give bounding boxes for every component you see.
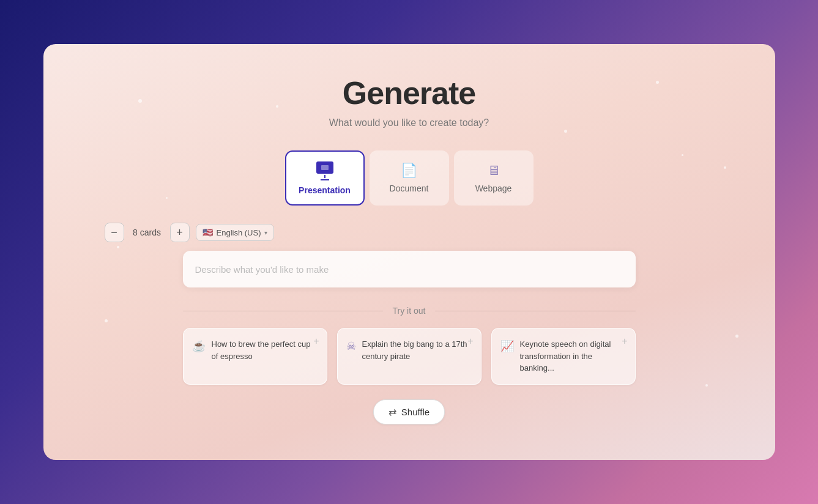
main-card: Generate What would you like to create t… bbox=[43, 44, 775, 460]
decor-dot bbox=[724, 166, 726, 169]
suggestion-text-0: How to brew the perfect cup of espresso bbox=[212, 338, 318, 362]
language-selector[interactable]: 🇺🇸 English (US) ▾ bbox=[196, 224, 275, 241]
divider-left bbox=[183, 311, 383, 311]
try-divider: Try it out bbox=[183, 306, 636, 316]
shuffle-button[interactable]: ⇄ Shuffle bbox=[373, 399, 445, 424]
suggestion-add-0[interactable]: + bbox=[313, 336, 319, 347]
suggestion-text-1: Explain the big bang to a 17th century p… bbox=[362, 338, 472, 362]
presentation-base bbox=[321, 179, 329, 180]
decor-dot bbox=[656, 81, 659, 84]
suggestion-add-2[interactable]: + bbox=[622, 336, 627, 347]
suggestions-row: ☕ How to brew the perfect cup of espress… bbox=[183, 328, 636, 385]
tab-document-label: Document bbox=[390, 183, 429, 193]
presentation-icon bbox=[316, 161, 333, 174]
controls-row: − 8 cards + 🇺🇸 English (US) ▾ bbox=[105, 223, 275, 242]
suggestion-text-2: Keynote speech on digital transformation… bbox=[520, 338, 627, 374]
tab-document[interactable]: 📄 Document bbox=[370, 150, 449, 206]
suggestion-add-1[interactable]: + bbox=[467, 336, 473, 347]
suggestion-icon-0: ☕ bbox=[192, 339, 206, 353]
suggestion-icon-2: 📈 bbox=[500, 339, 514, 353]
tab-webpage-label: Webpage bbox=[475, 183, 512, 193]
decor-dot bbox=[564, 130, 567, 133]
increment-button[interactable]: + bbox=[170, 223, 190, 242]
lang-flag: 🇺🇸 bbox=[203, 228, 213, 237]
chevron-down-icon: ▾ bbox=[264, 229, 267, 236]
suggestion-icon-1: ☠ bbox=[346, 339, 356, 353]
page-subtitle: What would you like to create today? bbox=[329, 117, 489, 128]
suggestion-card-1[interactable]: ☠ Explain the big bang to a 17th century… bbox=[337, 328, 482, 385]
describe-input[interactable] bbox=[183, 251, 636, 287]
decor-dot bbox=[166, 197, 168, 199]
decor-dot bbox=[138, 99, 142, 103]
presentation-stand bbox=[324, 175, 325, 178]
cards-count: 8 cards bbox=[130, 228, 164, 237]
decor-dot bbox=[682, 154, 683, 156]
lang-label: English (US) bbox=[217, 228, 261, 237]
decor-dot bbox=[105, 319, 108, 322]
shuffle-icon: ⇄ bbox=[389, 406, 396, 418]
tab-presentation-label: Presentation bbox=[299, 185, 351, 195]
divider-right bbox=[435, 311, 635, 311]
document-icon: 📄 bbox=[401, 163, 417, 179]
tab-presentation[interactable]: Presentation bbox=[285, 150, 365, 206]
type-selector: Presentation 📄 Document 🖥 Webpage bbox=[285, 150, 534, 206]
decrement-button[interactable]: − bbox=[105, 223, 124, 242]
try-it-out-label: Try it out bbox=[393, 306, 426, 316]
suggestion-card-0[interactable]: ☕ How to brew the perfect cup of espress… bbox=[183, 328, 327, 385]
suggestion-card-2[interactable]: 📈 Keynote speech on digital transformati… bbox=[491, 328, 636, 385]
decor-dot bbox=[735, 335, 738, 338]
shuffle-label: Shuffle bbox=[401, 407, 429, 417]
tab-webpage[interactable]: 🖥 Webpage bbox=[454, 150, 534, 206]
page-title: Generate bbox=[343, 75, 475, 111]
decor-dot bbox=[117, 246, 119, 248]
decor-dot bbox=[276, 105, 278, 108]
decor-dot bbox=[705, 384, 708, 387]
webpage-icon: 🖥 bbox=[487, 163, 500, 179]
